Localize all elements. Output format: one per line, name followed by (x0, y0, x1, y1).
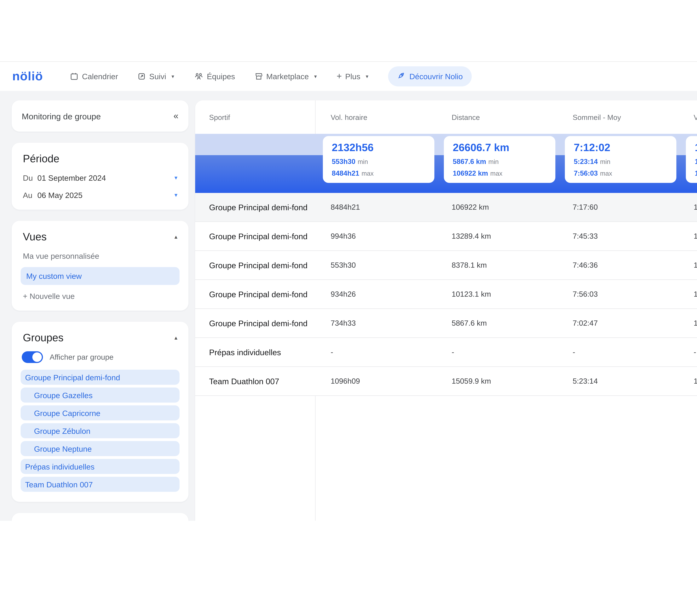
summary-min: 5:23:14 (574, 158, 598, 166)
group-item[interactable]: Groupe Capricorne (21, 405, 180, 421)
summary-value: 2132h56 (332, 142, 427, 154)
group-item[interactable]: Groupe Principal demi-fond (21, 370, 180, 385)
table-row[interactable]: Groupe Principal demi-fond 994h36 13289.… (195, 222, 697, 251)
min-label: min (358, 158, 368, 165)
row-cell: 13289.4 km (436, 232, 557, 240)
panel-title: Monitoring de groupe (22, 111, 101, 121)
calendar-icon (70, 72, 79, 81)
column-header[interactable]: VMA - Dernière (678, 113, 697, 121)
nav-item-label: Calendrier (82, 72, 118, 81)
table-row[interactable]: Groupe Principal demi-fond 8484h21 10692… (195, 193, 697, 222)
table-body: Groupe Principal demi-fond 8484h21 10692… (195, 193, 697, 396)
table-row[interactable]: Team Duathlon 007 1096h09 15059.9 km 5:2… (195, 367, 697, 396)
max-label: max (600, 170, 612, 177)
max-label: max (361, 170, 374, 177)
period-to-label: Au (23, 191, 38, 200)
nav-item-calendrier[interactable]: Calendrier (70, 72, 118, 81)
row-cell: - (557, 348, 678, 356)
teams-icon (194, 72, 204, 81)
row-cell: 994h36 (315, 232, 436, 240)
row-cell: 18.50 km/h (678, 203, 697, 211)
row-cell: 106922 km (436, 203, 557, 211)
row-cell: 5867.6 km (436, 319, 557, 327)
row-cell: - (315, 348, 436, 356)
partial-section: Entraînement (12, 513, 189, 521)
period-from-label: Du (23, 173, 38, 182)
collapse-sidebar-icon[interactable]: « (174, 111, 178, 121)
row-cell: 15.50 km/h (678, 261, 697, 269)
new-view-button[interactable]: + Nouvelle vue (21, 292, 180, 300)
nolio-logo[interactable]: nöliö (12, 69, 43, 84)
collapse-groups-icon[interactable]: ▲ (174, 335, 178, 341)
period-from-row[interactable]: Du 01 September 2024 ▼ (21, 173, 180, 182)
navbar: nöliö Calendrier Suivi ▼ (0, 61, 697, 91)
summary-card-vma: 17.43 km/h 15.50 km/hmin 19.00 km/hmax (686, 136, 697, 183)
group-item[interactable]: Groupe Zébulon (21, 423, 180, 438)
period-to-value: 06 May 2025 (38, 191, 83, 200)
row-cell: 934h26 (315, 290, 436, 298)
discover-label: Découvrir Nolio (410, 72, 463, 81)
nav-item-label: Plus (345, 72, 360, 81)
views-section: Vues ▲ Ma vue personnalisée My custom vi… (12, 221, 189, 311)
summary-value: 7:12:02 (574, 142, 669, 154)
marketplace-icon (254, 72, 263, 81)
nav-item-equipes[interactable]: Équipes (194, 72, 235, 81)
column-header[interactable]: Distance (436, 113, 557, 121)
rocket-icon (397, 71, 405, 82)
period-to-row[interactable]: Au 06 May 2025 ▼ (21, 191, 180, 200)
tracking-icon (137, 72, 146, 81)
groups-section: Groupes ▲ Afficher par groupe Groupe Pri… (12, 322, 189, 502)
row-name: Groupe Principal demi-fond (195, 232, 315, 240)
group-item[interactable]: Team Duathlon 007 (21, 477, 180, 492)
toggle-label: Afficher par groupe (50, 353, 114, 361)
column-header[interactable]: Sportif (195, 113, 315, 121)
monitoring-table: Sportif Vol. horaire Distance Sommeil - … (195, 100, 697, 521)
row-cell: 7:56:03 (557, 290, 678, 298)
table-row[interactable]: Groupe Principal demi-fond 734h33 5867.6… (195, 309, 697, 338)
collapse-views-icon[interactable]: ▲ (174, 234, 178, 240)
row-name: Groupe Principal demi-fond (195, 203, 315, 211)
row-cell: 10123.1 km (436, 290, 557, 298)
row-cell: 7:45:33 (557, 232, 678, 240)
sidebar: Monitoring de groupe « Période Du 01 Sep… (12, 100, 189, 521)
chevron-down-icon[interactable]: ▼ (174, 192, 178, 198)
row-name: Prépas individuelles (195, 348, 315, 356)
nav-item-suivi[interactable]: Suivi ▼ (137, 72, 175, 81)
view-item-personal[interactable]: Ma vue personnalisée (21, 251, 180, 260)
row-cell: 15059.9 km (436, 377, 557, 385)
table-row[interactable]: Groupe Principal demi-fond 553h30 8378.1… (195, 251, 697, 280)
row-cell: 16.70 km/h (678, 290, 697, 298)
chevron-down-icon[interactable]: ▼ (174, 175, 178, 181)
nav-item-label: Marketplace (266, 72, 309, 81)
group-item[interactable]: Groupe Gazelles (21, 387, 180, 402)
groups-title: Groupes (23, 332, 63, 344)
nav-item-label: Suivi (149, 72, 166, 81)
nav-item-marketplace[interactable]: Marketplace ▼ (254, 72, 318, 81)
summary-card-distance: 26606.7 km 5867.6 kmmin 106922 kmmax (444, 136, 555, 183)
summary-max: 7:56:03 (574, 170, 598, 177)
discover-nolio-button[interactable]: Découvrir Nolio (388, 67, 472, 86)
column-header[interactable]: Sommeil - Moy (557, 113, 678, 121)
group-item[interactable]: Prépas individuelles (21, 459, 180, 474)
summary-card-vol-horaire: 2132h56 553h30min 8484h21max (323, 136, 434, 183)
column-header[interactable]: Vol. horaire (315, 113, 436, 121)
summary-value: 17.43 km/h (695, 142, 697, 154)
group-item[interactable]: Groupe Neptune (21, 441, 180, 456)
content-area: Monitoring de groupe « Période Du 01 Sep… (0, 91, 697, 521)
partial-section-title: Entraînement (12, 513, 189, 521)
table-header-row: Sportif Vol. horaire Distance Sommeil - … (195, 100, 697, 134)
plus-icon: + (337, 71, 342, 82)
max-label: max (490, 170, 502, 177)
nav-item-plus[interactable]: + Plus ▼ (337, 71, 369, 82)
sidebar-panel-header: Monitoring de groupe « (12, 100, 189, 132)
views-title: Vues (23, 231, 47, 243)
show-by-group-toggle[interactable] (22, 351, 43, 363)
table-row[interactable]: Groupe Principal demi-fond 934h26 10123.… (195, 280, 697, 309)
row-cell: 734h33 (315, 319, 436, 327)
chevron-down-icon: ▼ (313, 74, 318, 79)
table-row[interactable]: Prépas individuelles - - - - - (195, 338, 697, 367)
app-window: nöliö Calendrier Suivi ▼ (0, 61, 697, 521)
row-cell: 8378.1 km (436, 261, 557, 269)
view-item-selected[interactable]: My custom view (21, 267, 180, 285)
row-name: Groupe Principal demi-fond (195, 290, 315, 298)
